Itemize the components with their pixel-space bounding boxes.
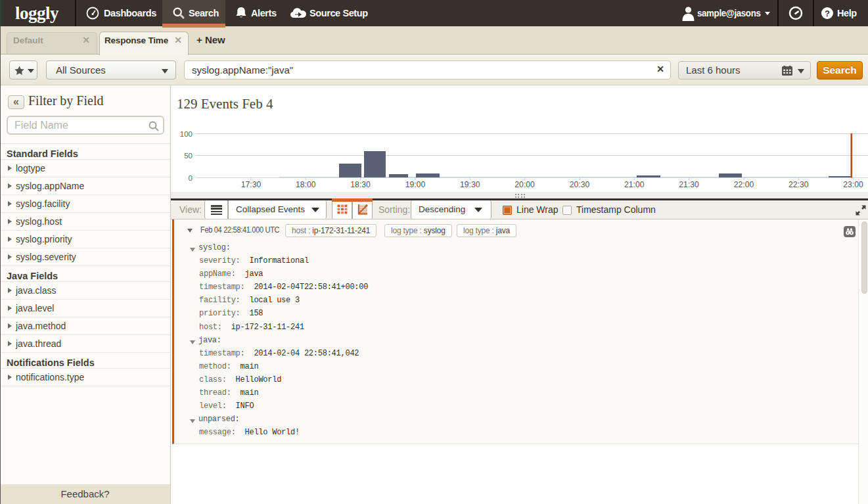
svg-text:19:30: 19:30 bbox=[460, 180, 480, 189]
svg-text:18:30: 18:30 bbox=[350, 180, 371, 189]
svg-text:0: 0 bbox=[189, 174, 193, 182]
svg-text:22:00: 22:00 bbox=[734, 180, 754, 189]
svg-text:21:00: 21:00 bbox=[624, 180, 645, 189]
svg-text:50: 50 bbox=[184, 152, 193, 160]
svg-text:100: 100 bbox=[180, 130, 193, 138]
svg-text:21:30: 21:30 bbox=[679, 180, 699, 189]
svg-text:22:30: 22:30 bbox=[788, 180, 809, 189]
svg-text:20:30: 20:30 bbox=[570, 180, 590, 189]
svg-text:19:00: 19:00 bbox=[405, 180, 426, 189]
svg-text:17:30: 17:30 bbox=[241, 180, 262, 189]
svg-text:20:00: 20:00 bbox=[514, 180, 535, 189]
svg-text:23:00: 23:00 bbox=[843, 180, 863, 189]
svg-text:18:00: 18:00 bbox=[296, 180, 316, 189]
